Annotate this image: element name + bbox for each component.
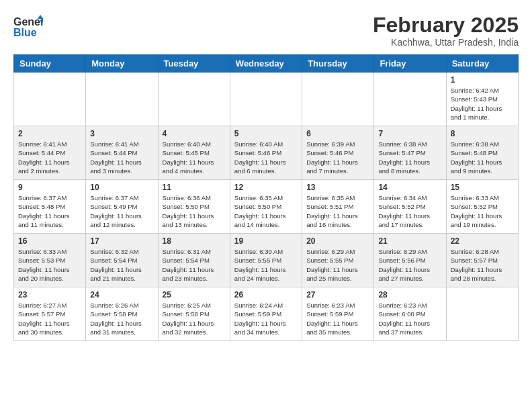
day-number: 7 [378,129,441,138]
day-number: 15 [451,183,514,192]
weekday-header-tuesday: Tuesday [158,55,230,73]
day-number: 11 [163,183,226,192]
month-title: February 2025 [373,13,519,37]
day-info: Sunrise: 6:23 AMSunset: 5:59 PMDaylight:… [306,301,369,336]
day-number: 17 [90,236,153,246]
day-info: Sunrise: 6:38 AMSunset: 5:48 PMDaylight:… [451,140,514,175]
calendar-cell [446,287,518,341]
weekday-header-thursday: Thursday [302,55,374,73]
day-number: 19 [234,236,298,246]
calendar-cell: 18Sunrise: 6:31 AMSunset: 5:54 PMDayligh… [158,234,230,287]
calendar-cell: 7Sunrise: 6:38 AMSunset: 5:47 PMDaylight… [374,126,446,180]
day-info: Sunrise: 6:37 AMSunset: 5:48 PMDaylight:… [18,193,81,229]
weekday-header-row: SundayMondayTuesdayWednesdayThursdayFrid… [14,55,519,73]
day-number: 14 [378,183,441,192]
calendar: SundayMondayTuesdayWednesdayThursdayFrid… [13,54,519,341]
weekday-header-saturday: Saturday [446,55,518,73]
day-info: Sunrise: 6:37 AMSunset: 5:49 PMDaylight:… [90,193,153,229]
calendar-week-row: 1Sunrise: 6:42 AMSunset: 5:43 PMDaylight… [14,73,519,126]
day-info: Sunrise: 6:31 AMSunset: 5:54 PMDaylight:… [163,247,226,283]
day-number: 25 [163,290,226,300]
day-number: 18 [163,236,226,246]
day-number: 10 [90,183,153,192]
calendar-cell: 16Sunrise: 6:33 AMSunset: 5:53 PMDayligh… [14,234,86,287]
calendar-cell: 17Sunrise: 6:32 AMSunset: 5:54 PMDayligh… [86,234,158,287]
calendar-cell: 6Sunrise: 6:39 AMSunset: 5:46 PMDaylight… [302,126,374,180]
day-info: Sunrise: 6:26 AMSunset: 5:58 PMDaylight:… [90,301,153,336]
calendar-cell: 3Sunrise: 6:41 AMSunset: 5:44 PMDaylight… [86,126,158,180]
day-info: Sunrise: 6:29 AMSunset: 5:55 PMDaylight:… [306,247,369,283]
weekday-header-wednesday: Wednesday [230,55,302,73]
day-number: 22 [451,236,514,246]
day-info: Sunrise: 6:39 AMSunset: 5:46 PMDaylight:… [306,140,369,175]
calendar-cell: 14Sunrise: 6:34 AMSunset: 5:52 PMDayligh… [374,180,446,234]
calendar-week-row: 9Sunrise: 6:37 AMSunset: 5:48 PMDaylight… [14,180,519,234]
day-info: Sunrise: 6:33 AMSunset: 5:52 PMDaylight:… [451,193,514,229]
day-info: Sunrise: 6:40 AMSunset: 5:45 PMDaylight:… [163,140,226,175]
day-info: Sunrise: 6:24 AMSunset: 5:59 PMDaylight:… [234,301,298,336]
calendar-cell: 12Sunrise: 6:35 AMSunset: 5:50 PMDayligh… [230,180,302,234]
day-info: Sunrise: 6:23 AMSunset: 6:00 PMDaylight:… [378,301,441,336]
day-info: Sunrise: 6:27 AMSunset: 5:57 PMDaylight:… [18,301,81,336]
calendar-cell [374,73,446,126]
day-number: 20 [306,236,369,246]
header: General Blue February 2025 Kachhwa, Utta… [13,13,519,48]
day-number: 23 [18,290,81,300]
day-number: 12 [234,183,298,192]
calendar-week-row: 23Sunrise: 6:27 AMSunset: 5:57 PMDayligh… [14,287,519,341]
day-number: 4 [163,129,226,138]
day-number: 27 [306,290,369,300]
day-info: Sunrise: 6:25 AMSunset: 5:58 PMDaylight:… [163,301,226,336]
calendar-cell: 1Sunrise: 6:42 AMSunset: 5:43 PMDaylight… [446,73,518,126]
calendar-cell: 20Sunrise: 6:29 AMSunset: 5:55 PMDayligh… [302,234,374,287]
day-info: Sunrise: 6:30 AMSunset: 5:55 PMDaylight:… [234,247,298,283]
calendar-cell: 15Sunrise: 6:33 AMSunset: 5:52 PMDayligh… [446,180,518,234]
day-number: 9 [18,183,81,192]
day-number: 21 [378,236,441,246]
calendar-cell: 4Sunrise: 6:40 AMSunset: 5:45 PMDaylight… [158,126,230,180]
calendar-cell: 23Sunrise: 6:27 AMSunset: 5:57 PMDayligh… [14,287,86,341]
day-info: Sunrise: 6:28 AMSunset: 5:57 PMDaylight:… [451,247,514,283]
day-info: Sunrise: 6:33 AMSunset: 5:53 PMDaylight:… [18,247,81,283]
day-number: 5 [234,129,298,138]
calendar-cell: 25Sunrise: 6:25 AMSunset: 5:58 PMDayligh… [158,287,230,341]
calendar-cell [230,73,302,126]
calendar-cell: 26Sunrise: 6:24 AMSunset: 5:59 PMDayligh… [230,287,302,341]
day-number: 13 [306,183,369,192]
calendar-cell [86,73,158,126]
day-number: 3 [90,129,153,138]
weekday-header-friday: Friday [374,55,446,73]
weekday-header-sunday: Sunday [14,55,86,73]
day-info: Sunrise: 6:40 AMSunset: 5:46 PMDaylight:… [234,140,298,175]
calendar-cell: 9Sunrise: 6:37 AMSunset: 5:48 PMDaylight… [14,180,86,234]
calendar-week-row: 16Sunrise: 6:33 AMSunset: 5:53 PMDayligh… [14,234,519,287]
day-number: 8 [451,129,514,138]
calendar-cell [14,73,86,126]
day-info: Sunrise: 6:35 AMSunset: 5:51 PMDaylight:… [306,193,369,229]
calendar-cell: 24Sunrise: 6:26 AMSunset: 5:58 PMDayligh… [86,287,158,341]
logo-icon: General Blue [13,13,43,39]
calendar-cell [302,73,374,126]
calendar-week-row: 2Sunrise: 6:41 AMSunset: 5:44 PMDaylight… [14,126,519,180]
calendar-cell: 22Sunrise: 6:28 AMSunset: 5:57 PMDayligh… [446,234,518,287]
location-title: Kachhwa, Uttar Pradesh, India [373,37,519,48]
day-info: Sunrise: 6:42 AMSunset: 5:43 PMDaylight:… [451,86,514,122]
day-number: 28 [378,290,441,300]
day-number: 16 [18,236,81,246]
logo: General Blue [13,13,43,39]
day-number: 26 [234,290,298,300]
day-info: Sunrise: 6:38 AMSunset: 5:47 PMDaylight:… [378,140,441,175]
calendar-cell: 2Sunrise: 6:41 AMSunset: 5:44 PMDaylight… [14,126,86,180]
svg-text:Blue: Blue [13,27,37,38]
day-number: 6 [306,129,369,138]
day-info: Sunrise: 6:41 AMSunset: 5:44 PMDaylight:… [18,140,81,175]
day-info: Sunrise: 6:41 AMSunset: 5:44 PMDaylight:… [90,140,153,175]
day-number: 2 [18,129,81,138]
day-info: Sunrise: 6:34 AMSunset: 5:52 PMDaylight:… [378,193,441,229]
weekday-header-monday: Monday [86,55,158,73]
day-info: Sunrise: 6:29 AMSunset: 5:56 PMDaylight:… [378,247,441,283]
calendar-cell: 27Sunrise: 6:23 AMSunset: 5:59 PMDayligh… [302,287,374,341]
calendar-cell: 21Sunrise: 6:29 AMSunset: 5:56 PMDayligh… [374,234,446,287]
calendar-cell: 8Sunrise: 6:38 AMSunset: 5:48 PMDaylight… [446,126,518,180]
day-info: Sunrise: 6:35 AMSunset: 5:50 PMDaylight:… [234,193,298,229]
